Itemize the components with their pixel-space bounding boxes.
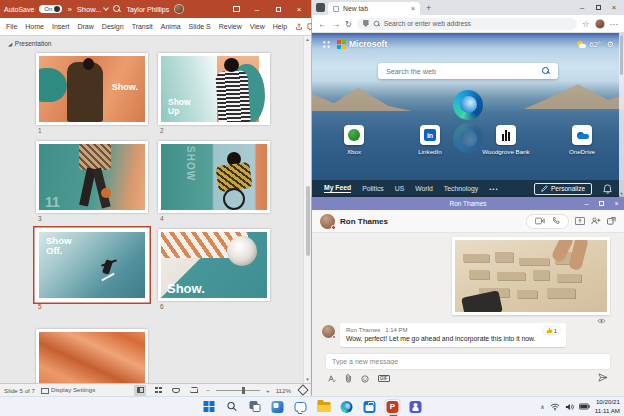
notifications-bell-icon[interactable] xyxy=(603,184,612,194)
ribbon-tab-file[interactable]: File xyxy=(2,23,21,30)
reaction-badge[interactable]: 1 xyxy=(542,326,561,335)
slide-thumbnail-2[interactable]: ShowUp xyxy=(158,53,270,125)
message-input[interactable] xyxy=(332,358,604,365)
feed-tab-my-feed[interactable]: My Feed xyxy=(324,184,351,193)
ribbon-tab-draw[interactable]: Draw xyxy=(73,23,97,30)
zoom-level[interactable]: 112% xyxy=(276,387,291,394)
thumbnail-scrollbar[interactable]: ▲ ▼ xyxy=(303,36,311,383)
maximize-button[interactable] xyxy=(270,0,286,18)
profile-avatar[interactable] xyxy=(595,19,605,29)
active-tab[interactable]: New tab × xyxy=(328,2,420,15)
weather-widget[interactable]: 62° xyxy=(577,40,600,49)
taskbar-search-button[interactable] xyxy=(224,399,240,415)
minimize-button[interactable]: – xyxy=(579,197,594,210)
ribbon-tab-transitions[interactable]: Transit xyxy=(128,23,157,30)
send-message-icon[interactable] xyxy=(598,373,608,382)
shortcut-woodgrove-bank[interactable]: Woodgrove Bank xyxy=(477,125,535,155)
fit-slide-to-window-button[interactable] xyxy=(297,384,308,395)
ribbon-tab-design[interactable]: Design xyxy=(98,23,128,30)
received-message[interactable]: Ron Thames 1:14 PM Wow, perfect! Let me … xyxy=(340,323,566,347)
store-button[interactable] xyxy=(362,399,378,415)
battery-icon[interactable] xyxy=(579,403,590,410)
tray-overflow-chevron-icon[interactable]: ∧ xyxy=(540,403,544,410)
scrollbar-thumb[interactable] xyxy=(306,186,310,256)
taskbar-clock[interactable]: 10/20/21 11:11 AM xyxy=(595,398,620,414)
forward-button[interactable]: → xyxy=(332,19,341,29)
sent-image-message[interactable] xyxy=(452,237,610,315)
file-explorer-button[interactable] xyxy=(316,399,332,415)
format-icon[interactable] xyxy=(328,375,336,383)
slide-thumbnail-3[interactable]: 11 xyxy=(36,141,148,213)
feed-tab-world[interactable]: World xyxy=(415,185,433,192)
web-search-input[interactable] xyxy=(386,67,542,76)
scroll-down-icon[interactable]: ▼ xyxy=(305,377,309,382)
video-call-icon[interactable] xyxy=(535,217,545,225)
maximize-button[interactable] xyxy=(594,197,609,210)
reading-view-button[interactable] xyxy=(170,385,182,396)
share-button[interactable] xyxy=(295,23,303,31)
shortcut-linkedin[interactable]: in LinkedIn xyxy=(401,125,459,155)
start-button[interactable] xyxy=(201,399,217,415)
close-button[interactable]: × xyxy=(291,0,307,18)
microsoft-logo[interactable]: Microsoft xyxy=(337,39,387,49)
normal-view-button[interactable] xyxy=(134,385,146,396)
ribbon-tab-animations[interactable]: Anima xyxy=(157,23,185,30)
web-search-bar[interactable] xyxy=(378,63,558,79)
minimize-button[interactable]: – xyxy=(574,0,590,14)
slide-sorter-view-button[interactable] xyxy=(152,385,164,396)
zoom-in-button[interactable]: + xyxy=(266,387,270,394)
slide-thumbnail-7[interactable] xyxy=(36,329,148,383)
attach-file-icon[interactable] xyxy=(345,374,352,383)
close-button[interactable]: × xyxy=(609,197,624,210)
scroll-up-icon[interactable]: ▲ xyxy=(305,37,309,42)
open-in-window-icon[interactable] xyxy=(607,217,616,225)
scroll-down-icon[interactable]: ▼ xyxy=(619,191,624,196)
slide-thumbnail-6[interactable]: Show. xyxy=(158,229,270,301)
task-view-button[interactable] xyxy=(247,399,263,415)
ribbon-display-options-button[interactable] xyxy=(228,0,244,18)
feed-tab-us[interactable]: US xyxy=(395,185,404,192)
site-safety-icon[interactable] xyxy=(363,20,368,27)
zoom-slider-thumb[interactable] xyxy=(242,387,245,394)
powerpoint-taskbar-button-active[interactable]: P xyxy=(385,399,401,415)
gif-icon[interactable]: GIF xyxy=(378,375,390,382)
new-tab-button[interactable]: + xyxy=(426,3,431,13)
search-icon[interactable] xyxy=(113,5,121,13)
search-submit-icon[interactable] xyxy=(542,67,550,75)
contact-avatar[interactable] xyxy=(320,214,335,229)
maximize-button[interactable] xyxy=(590,0,606,14)
teams-taskbar-button[interactable] xyxy=(408,399,424,415)
audio-call-icon[interactable] xyxy=(552,217,560,225)
section-collapse-icon[interactable]: ◢ xyxy=(8,41,12,47)
favorites-icon[interactable]: ☆ xyxy=(582,19,590,29)
slide-thumbnail-4[interactable]: SHOW xyxy=(158,141,270,213)
shortcut-xbox[interactable]: Xbox xyxy=(325,125,383,155)
zoom-slider[interactable] xyxy=(216,390,260,391)
settings-more-icon[interactable]: ⋯ xyxy=(610,19,619,29)
chat-button[interactable] xyxy=(293,399,309,415)
tab-actions-icon[interactable] xyxy=(316,3,325,12)
address-bar[interactable] xyxy=(357,18,577,30)
edge-taskbar-button[interactable] xyxy=(339,399,355,415)
personalize-button[interactable]: Personalize xyxy=(534,183,592,195)
message-input-bar[interactable] xyxy=(326,354,610,369)
ribbon-tab-slide-show[interactable]: Slide S xyxy=(185,23,215,30)
quick-access-overflow-icon[interactable]: » xyxy=(67,5,71,14)
display-settings-button[interactable]: Display Settings xyxy=(41,386,95,393)
screen-share-icon[interactable] xyxy=(575,217,585,225)
emoji-icon[interactable] xyxy=(361,375,369,383)
slide-thumbnail-1[interactable]: Show. xyxy=(36,53,148,125)
user-avatar[interactable] xyxy=(174,4,184,14)
close-button[interactable]: × xyxy=(606,0,622,14)
volume-icon[interactable] xyxy=(565,403,574,411)
page-scrollbar[interactable]: ▼ xyxy=(619,33,624,197)
slide-thumbnail-5-selected[interactable]: ShowOff. xyxy=(36,229,148,301)
ribbon-tab-insert[interactable]: Insert xyxy=(48,23,74,30)
ribbon-tab-home[interactable]: Home xyxy=(21,23,48,30)
shortcut-onedrive[interactable]: OneDrive xyxy=(553,125,611,155)
add-person-icon[interactable] xyxy=(591,217,601,225)
ribbon-tab-view[interactable]: View xyxy=(246,23,269,30)
autosave-toggle[interactable]: On xyxy=(39,5,62,13)
ribbon-tab-review[interactable]: Review xyxy=(215,23,246,30)
section-header[interactable]: ◢ Presentation xyxy=(8,40,51,47)
